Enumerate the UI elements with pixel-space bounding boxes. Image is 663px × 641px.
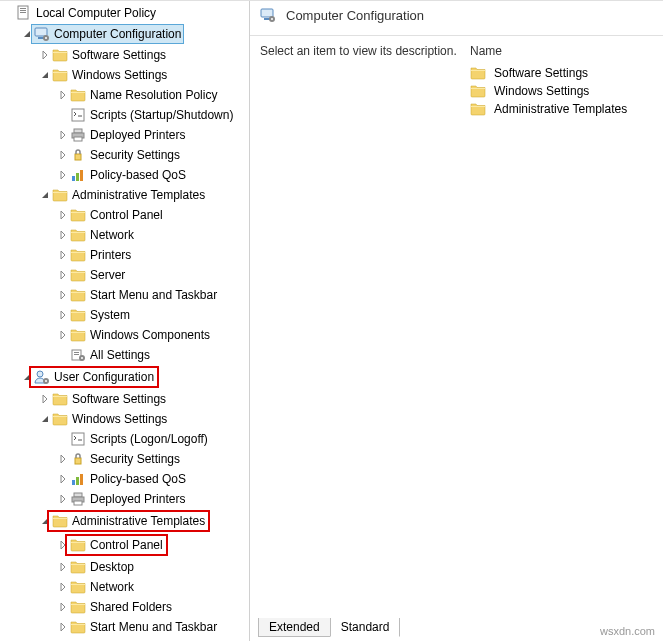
list-item[interactable]: Software Settings	[470, 64, 653, 82]
chevron-right-icon[interactable]	[56, 168, 70, 182]
tree-item[interactable]: Security Settings	[0, 449, 249, 469]
tree-item-label: Administrative Templates	[72, 186, 205, 204]
svg-rect-14	[76, 173, 79, 181]
tree-item-label: Windows Components	[90, 326, 210, 344]
tree-item[interactable]: Server	[0, 265, 249, 285]
tree-item[interactable]: Local Computer Policy	[0, 3, 249, 23]
tree-item[interactable]: Control Panel	[0, 205, 249, 225]
column-header-name[interactable]: Name	[470, 44, 653, 58]
folder-icon	[52, 411, 68, 427]
chevron-right-icon[interactable]	[56, 148, 70, 162]
tree-item[interactable]: Administrative Templates	[0, 185, 249, 205]
tree-item[interactable]: Windows Settings	[0, 65, 249, 85]
chevron-right-icon[interactable]	[56, 268, 70, 282]
qos-icon	[70, 471, 86, 487]
tree-item[interactable]: Software Settings	[0, 389, 249, 409]
tree-item-label: Security Settings	[90, 146, 180, 164]
security-icon	[70, 147, 86, 163]
tree-item-label: Scripts (Logon/Logoff)	[90, 430, 208, 448]
chevron-right-icon[interactable]	[56, 560, 70, 574]
chevron-right-icon[interactable]	[56, 328, 70, 342]
tree-item-label: Security Settings	[90, 450, 180, 468]
tree-item[interactable]: Computer Configuration	[0, 23, 249, 45]
svg-rect-18	[74, 354, 79, 355]
svg-rect-2	[20, 10, 26, 11]
tree-item[interactable]: System	[0, 305, 249, 325]
chevron-down-icon[interactable]	[38, 68, 52, 82]
folder-icon	[70, 599, 86, 615]
tree-item[interactable]: Network	[0, 225, 249, 245]
tree-item[interactable]: Policy-based QoS	[0, 469, 249, 489]
printer-icon	[70, 127, 86, 143]
tree-item[interactable]: Deployed Printers	[0, 489, 249, 509]
chevron-right-icon[interactable]	[56, 308, 70, 322]
tree-item[interactable]: User Configuration	[0, 365, 249, 389]
tree-item[interactable]: Scripts (Logon/Logoff)	[0, 429, 249, 449]
details-header: Computer Configuration	[250, 1, 663, 36]
tab-extended[interactable]: Extended	[258, 618, 331, 637]
tree-item-label: Start Menu and Taskbar	[90, 618, 217, 636]
svg-rect-3	[20, 12, 26, 13]
tree-pane[interactable]: Local Computer PolicyComputer Configurat…	[0, 1, 250, 641]
chevron-right-icon[interactable]	[56, 128, 70, 142]
tree-item-label: Deployed Printers	[90, 490, 185, 508]
tree-item[interactable]: Shared Folders	[0, 597, 249, 617]
chevron-right-icon[interactable]	[38, 392, 52, 406]
folder-icon	[470, 83, 486, 99]
tree-item-label: Shared Folders	[90, 598, 172, 616]
tree-item[interactable]: All Settings	[0, 345, 249, 365]
tree-item[interactable]: Policy-based QoS	[0, 165, 249, 185]
chevron-right-icon[interactable]	[56, 452, 70, 466]
tree-item[interactable]: System	[0, 637, 249, 641]
tree-item[interactable]: Scripts (Startup/Shutdown)	[0, 105, 249, 125]
tree-item[interactable]: Software Settings	[0, 45, 249, 65]
details-pane: Computer Configuration Select an item to…	[250, 1, 663, 641]
tree-item[interactable]: Security Settings	[0, 145, 249, 165]
qos-icon	[70, 167, 86, 183]
tree-item-label: Start Menu and Taskbar	[90, 286, 217, 304]
tree-item[interactable]: Windows Components	[0, 325, 249, 345]
svg-rect-12	[75, 154, 81, 160]
tree-item[interactable]: Start Menu and Taskbar	[0, 285, 249, 305]
list-item[interactable]: Windows Settings	[470, 82, 653, 100]
svg-rect-26	[72, 480, 75, 485]
header-title-row: Computer Configuration	[260, 7, 653, 23]
chevron-right-icon[interactable]	[56, 492, 70, 506]
chevron-right-icon[interactable]	[56, 228, 70, 242]
chevron-down-icon[interactable]	[38, 188, 52, 202]
tree-item[interactable]: Printers	[0, 245, 249, 265]
folder-icon	[52, 513, 68, 529]
chevron-right-icon[interactable]	[56, 580, 70, 594]
tab-standard[interactable]: Standard	[330, 618, 401, 637]
chevron-right-icon[interactable]	[38, 48, 52, 62]
chevron-right-icon[interactable]	[56, 248, 70, 262]
tree-item[interactable]: Name Resolution Policy	[0, 85, 249, 105]
tree-item-label: System	[90, 306, 130, 324]
chevron-right-icon[interactable]	[56, 288, 70, 302]
chevron-right-icon[interactable]	[56, 208, 70, 222]
tree-item[interactable]: Control Panel	[0, 533, 249, 557]
tree-item-label: Computer Configuration	[54, 25, 181, 43]
folder-icon	[52, 67, 68, 83]
folder-icon	[70, 287, 86, 303]
chevron-right-icon[interactable]	[56, 600, 70, 614]
tree-item[interactable]: Administrative Templates	[0, 509, 249, 533]
svg-rect-17	[74, 352, 79, 353]
chevron-down-icon[interactable]	[38, 412, 52, 426]
description-text: Select an item to view its description.	[260, 44, 457, 58]
tree-item-label: Windows Settings	[72, 66, 167, 84]
tree-item[interactable]: Windows Settings	[0, 409, 249, 429]
chevron-right-icon[interactable]	[56, 620, 70, 634]
tree-item[interactable]: Network	[0, 577, 249, 597]
tree-item[interactable]: Start Menu and Taskbar	[0, 617, 249, 637]
list-item-label: Administrative Templates	[494, 102, 627, 116]
chevron-right-icon[interactable]	[56, 88, 70, 102]
computer-config-icon	[34, 26, 50, 42]
chevron-right-icon[interactable]	[56, 472, 70, 486]
tree-item-label: Software Settings	[72, 46, 166, 64]
tree-item[interactable]: Deployed Printers	[0, 125, 249, 145]
folder-icon	[70, 207, 86, 223]
folder-icon	[70, 559, 86, 575]
list-item[interactable]: Administrative Templates	[470, 100, 653, 118]
tree-item[interactable]: Desktop	[0, 557, 249, 577]
